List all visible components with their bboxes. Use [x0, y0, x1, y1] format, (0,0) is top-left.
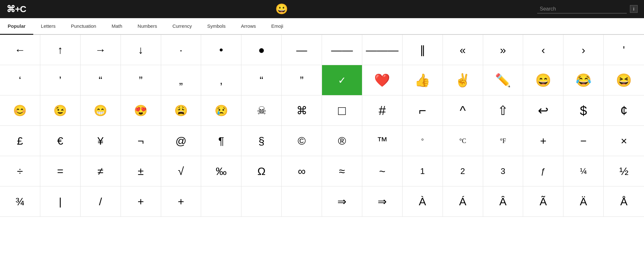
nav-item-numbers[interactable]: Numbers	[130, 18, 165, 35]
symbol-cell[interactable]: “	[81, 65, 121, 95]
symbol-cell[interactable]: ™	[362, 126, 403, 156]
symbol-cell[interactable]: ¥	[81, 126, 121, 156]
symbol-cell[interactable]: √	[161, 156, 201, 186]
symbol-cell[interactable]: ¬	[121, 126, 161, 156]
nav-item-punctuation[interactable]: Punctuation	[63, 18, 104, 35]
symbol-cell[interactable]: ^	[443, 95, 483, 126]
symbol-cell[interactable]: “	[241, 65, 282, 95]
info-button[interactable]: i	[630, 5, 638, 13]
symbol-cell[interactable]: Ω	[241, 156, 282, 186]
symbol-cell[interactable]: „	[161, 65, 201, 95]
symbol-cell[interactable]: ÷	[0, 156, 40, 186]
nav-item-currency[interactable]: Currency	[165, 18, 200, 35]
symbol-cell[interactable]: ●	[241, 35, 282, 65]
symbol-cell[interactable]: ¼	[563, 156, 604, 186]
symbol-cell[interactable]: £	[0, 126, 40, 156]
symbol-cell[interactable]: ≈	[322, 156, 362, 186]
symbol-cell[interactable]: □	[322, 95, 362, 126]
symbol-cell[interactable]: ——	[322, 35, 362, 65]
symbol-cell[interactable]: ⇒	[362, 186, 403, 217]
symbol-cell[interactable]: 1	[403, 156, 443, 186]
symbol-cell[interactable]: Á	[443, 186, 483, 217]
symbol-cell[interactable]: ‘	[0, 65, 40, 95]
symbol-cell[interactable]: ¾	[0, 186, 40, 217]
symbol-cell[interactable]: ¢	[604, 95, 644, 126]
symbol-cell[interactable]: ☠	[241, 95, 282, 126]
symbol-cell[interactable]: °F	[483, 126, 523, 156]
symbol-cell[interactable]: @	[161, 126, 201, 156]
symbol-cell[interactable]: ✏️	[483, 65, 523, 95]
symbol-cell[interactable]: ·	[161, 35, 201, 65]
symbol-cell[interactable]: =	[40, 156, 81, 186]
symbol-cell[interactable]: ✓	[322, 65, 362, 95]
symbol-cell[interactable]: /	[81, 186, 121, 217]
symbol-cell[interactable]: +	[121, 186, 161, 217]
symbol-cell[interactable]: Å	[604, 186, 644, 217]
symbol-cell[interactable]: $	[563, 95, 604, 126]
symbol-cell[interactable]: ×	[604, 126, 644, 156]
symbol-cell[interactable]: ©	[282, 126, 322, 156]
symbol-cell[interactable]: ⌐	[403, 95, 443, 126]
symbol-cell[interactable]: ”	[282, 65, 322, 95]
symbol-cell[interactable]: ———	[362, 35, 403, 65]
symbol-cell[interactable]: −	[563, 126, 604, 156]
symbol-cell[interactable]: ®	[322, 126, 362, 156]
symbol-cell[interactable]: À	[403, 186, 443, 217]
symbol-cell[interactable]: 😊	[0, 95, 40, 126]
symbol-cell[interactable]: ¶	[201, 126, 241, 156]
nav-item-letters[interactable]: Letters	[33, 18, 63, 35]
symbol-cell[interactable]: #	[362, 95, 403, 126]
symbol-cell[interactable]: •	[201, 35, 241, 65]
symbol-cell[interactable]: 😉	[40, 95, 81, 126]
symbol-cell[interactable]: 👍	[403, 65, 443, 95]
symbol-cell[interactable]: 😄	[523, 65, 563, 95]
symbol-cell[interactable]: ∞	[282, 156, 322, 186]
symbol-cell[interactable]: ~	[362, 156, 403, 186]
symbol-cell[interactable]: 😂	[563, 65, 604, 95]
symbol-cell[interactable]: ƒ	[523, 156, 563, 186]
nav-item-emoji[interactable]: Emoji	[263, 18, 291, 35]
symbol-cell[interactable]: Â	[483, 186, 523, 217]
symbol-cell[interactable]: ↩	[523, 95, 563, 126]
symbol-cell[interactable]: °C	[443, 126, 483, 156]
symbol-cell[interactable]: °	[403, 126, 443, 156]
symbol-cell[interactable]: 😍	[121, 95, 161, 126]
symbol-cell[interactable]: Ã	[523, 186, 563, 217]
symbol-cell[interactable]: '	[604, 35, 644, 65]
symbol-cell[interactable]: ⇧	[483, 95, 523, 126]
symbol-cell[interactable]: ←	[0, 35, 40, 65]
symbol-cell[interactable]: ✌️	[443, 65, 483, 95]
symbol-cell[interactable]: «	[443, 35, 483, 65]
symbol-cell[interactable]: 3	[483, 156, 523, 186]
symbol-cell[interactable]: Ä	[563, 186, 604, 217]
symbol-cell[interactable]: ”	[121, 65, 161, 95]
symbol-cell[interactable]: ‹	[523, 35, 563, 65]
symbol-cell[interactable]: 😁	[81, 95, 121, 126]
nav-item-math[interactable]: Math	[104, 18, 130, 35]
symbol-cell[interactable]: §	[241, 126, 282, 156]
symbol-cell[interactable]: 😩	[161, 95, 201, 126]
symbol-cell[interactable]: +	[161, 186, 201, 217]
symbol-cell[interactable]: ❤️	[362, 65, 403, 95]
symbol-cell[interactable]	[201, 186, 241, 217]
symbol-cell[interactable]: 😢	[201, 95, 241, 126]
symbol-cell[interactable]	[241, 186, 282, 217]
symbol-cell[interactable]: ‰	[201, 156, 241, 186]
search-input[interactable]	[537, 5, 627, 13]
symbol-cell[interactable]: €	[40, 126, 81, 156]
nav-item-arrows[interactable]: Arrows	[233, 18, 264, 35]
symbol-cell[interactable]: ,	[201, 65, 241, 95]
symbol-cell[interactable]: ↓	[121, 35, 161, 65]
symbol-cell[interactable]: ±	[121, 156, 161, 186]
symbol-cell[interactable]: +	[523, 126, 563, 156]
symbol-cell[interactable]	[282, 186, 322, 217]
symbol-cell[interactable]: 2	[443, 156, 483, 186]
symbol-cell[interactable]: ≠	[81, 156, 121, 186]
symbol-cell[interactable]: ⇒	[322, 186, 362, 217]
symbol-cell[interactable]: ⌘	[282, 95, 322, 126]
symbol-cell[interactable]: ‖	[403, 35, 443, 65]
symbol-cell[interactable]: →	[81, 35, 121, 65]
symbol-cell[interactable]: —	[282, 35, 322, 65]
symbol-cell[interactable]: ›	[563, 35, 604, 65]
symbol-cell[interactable]: ’	[40, 65, 81, 95]
